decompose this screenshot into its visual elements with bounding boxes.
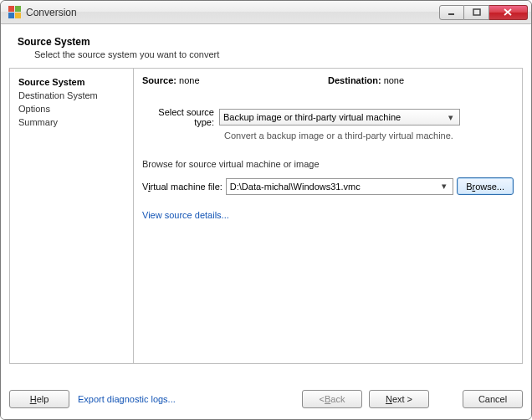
source-type-combo[interactable]: Backup image or third-party virtual mach…: [219, 109, 460, 125]
cancel-button[interactable]: Cancel: [463, 390, 523, 408]
page-subtitle: Select the source system you want to con…: [34, 49, 514, 59]
maximize-button[interactable]: [464, 5, 489, 20]
source-type-row: Select source type: Backup image or thir…: [142, 107, 514, 127]
browse-group-label: Browse for source virtual machine or ima…: [142, 159, 514, 169]
minimize-button[interactable]: [439, 5, 464, 20]
source-type-value: Backup image or third-party virtual mach…: [223, 112, 401, 122]
vm-file-label: Virtual machine file:: [142, 182, 223, 192]
back-button[interactable]: < Back: [302, 390, 362, 408]
window-title: Conversion: [26, 7, 77, 18]
wizard-footer: Help Export diagnostic logs... < Back Ne…: [9, 387, 523, 411]
page-title: Source System: [18, 36, 514, 48]
source-type-label: Select source type:: [142, 107, 219, 127]
window-controls: [439, 5, 528, 20]
close-button[interactable]: [489, 5, 528, 20]
client-area: Source System Select the source system y…: [1, 24, 531, 419]
maximize-icon: [473, 8, 481, 17]
source-value: none: [179, 75, 199, 85]
title-bar: Conversion: [1, 1, 531, 24]
export-diagnostic-logs-link[interactable]: Export diagnostic logs...: [78, 394, 176, 404]
minimize-icon: [448, 8, 456, 17]
app-icon: [8, 6, 21, 19]
wizard-header: Source System Select the source system y…: [9, 33, 523, 68]
source-label: Source:: [142, 75, 176, 85]
svg-rect-1: [473, 9, 480, 15]
nav-item-source-system[interactable]: Source System: [18, 75, 125, 89]
nav-item-summary[interactable]: Summary: [18, 115, 125, 129]
vm-file-row: Virtual machine file: D:\Data-michal\Win…: [142, 177, 514, 195]
vm-file-value: D:\Data-michal\Windows31.vmc: [230, 182, 361, 192]
nav-item-options[interactable]: Options: [18, 102, 125, 115]
nav-item-destination-system[interactable]: Destination System: [18, 89, 125, 102]
wizard-nav: Source System Destination System Options…: [10, 69, 134, 363]
chevron-down-icon: ▾: [437, 181, 451, 192]
help-button[interactable]: Help: [9, 390, 69, 408]
next-button[interactable]: Next >: [369, 390, 429, 408]
browse-button[interactable]: Browse...: [457, 177, 514, 195]
vm-file-combo[interactable]: D:\Data-michal\Windows31.vmc ▾: [226, 178, 453, 195]
destination-value: none: [384, 75, 404, 85]
main-panel: Source System Destination System Options…: [9, 68, 523, 364]
close-icon: [504, 8, 513, 17]
chevron-down-icon: ▾: [444, 111, 458, 123]
source-destination-row: Source: none Destination: none: [142, 75, 514, 85]
destination-label: Destination:: [328, 75, 381, 85]
view-source-details-link[interactable]: View source details...: [142, 210, 229, 220]
source-type-hint: Convert a backup image or a third-party …: [224, 131, 514, 141]
wizard-page: Source: none Destination: none Select so…: [134, 69, 522, 363]
